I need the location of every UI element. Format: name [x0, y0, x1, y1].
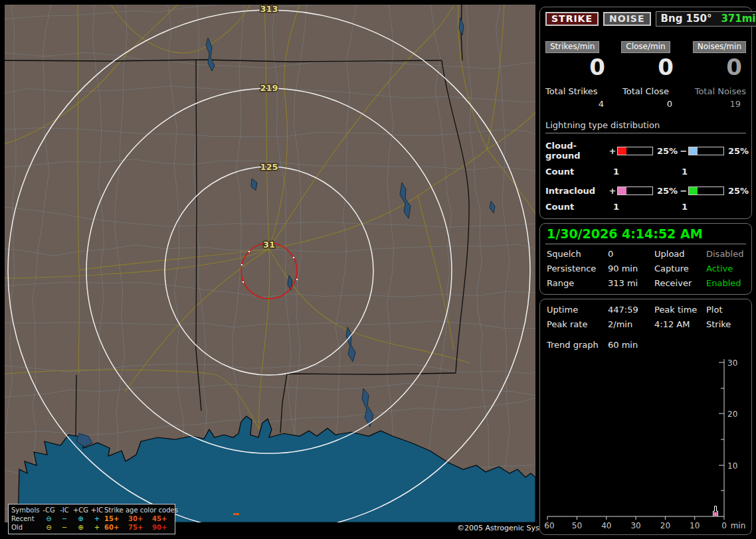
- distribution-title: Lightning type distribution: [545, 120, 746, 133]
- noises-column: Noises/min 0 Total Noises 19: [682, 41, 746, 109]
- total-strikes-label: Total Strikes: [545, 86, 609, 96]
- cg-plus-pct: 25%: [653, 146, 679, 156]
- squelch-label: Squelch: [547, 249, 608, 259]
- noises-rate-value: 0: [682, 54, 746, 80]
- legend-row-recent-label: Recent: [11, 514, 41, 523]
- upload-status: Disabled: [706, 249, 746, 259]
- x-tick-50: 50: [572, 521, 582, 530]
- close-per-min-chip: Close/min: [621, 41, 670, 53]
- total-noises-label: Total Noises: [682, 86, 746, 96]
- old-nic-icon: −: [57, 523, 72, 532]
- ic-minus-count: 1: [682, 202, 746, 212]
- cloud-ground-label: Cloud-ground: [545, 141, 608, 161]
- close-rate-value: 0: [614, 54, 678, 80]
- total-strikes-value: 4: [545, 99, 609, 109]
- strike-toggle-button[interactable]: STRIKE: [545, 12, 599, 26]
- persistence-value: 90 min: [608, 264, 654, 273]
- trend-spike-ic: [714, 512, 717, 516]
- capture-status: Active: [706, 264, 746, 273]
- status-panel: 1/30/2026 4:14:52 AM Squelch 0 Upload Di…: [539, 223, 752, 295]
- cg-plus-count: 1: [613, 167, 682, 177]
- age-code-15: 15+: [104, 514, 128, 523]
- x-tick-40: 40: [601, 521, 611, 530]
- strike-counter-panel: STRIKE NOISE Bng 150° 371mi Strikes/min …: [539, 7, 752, 219]
- ic-count-label: Count: [545, 202, 613, 212]
- capture-label: Capture: [654, 264, 706, 273]
- ring-label-313: 313: [260, 5, 278, 14]
- age-code-45: 45+: [152, 514, 173, 523]
- range-value: 313 mi: [608, 278, 654, 288]
- plot-mode-value: Strike: [706, 319, 746, 329]
- strikes-column: Strikes/min 0 Total Strikes 4: [545, 41, 609, 109]
- bearing-readout: Bng 150° 371mi: [656, 11, 756, 27]
- age-code-30: 30+: [128, 514, 152, 523]
- legend-col-nic: -IC: [57, 506, 72, 514]
- y-tick-30: 30: [727, 358, 737, 368]
- legend-age-title: Strike age color codes: [104, 506, 173, 514]
- recent-nic-icon: −: [57, 514, 72, 523]
- old-ncg-icon: ⊖: [41, 523, 57, 532]
- cg-minus-count: 1: [682, 167, 746, 177]
- x-tick-20: 20: [660, 521, 670, 530]
- y-tick-10: 10: [727, 461, 737, 471]
- ic-minus-bar: [688, 187, 724, 195]
- persistence-label: Persistence: [547, 264, 608, 273]
- intracloud-label: Intracloud: [545, 186, 608, 196]
- peak-time-label: Peak time: [654, 305, 706, 315]
- cg-count-label: Count: [545, 167, 613, 177]
- strikes-rate-value: 0: [545, 54, 609, 80]
- old-pic-icon: +: [90, 523, 104, 532]
- peak-rate-value: 2/min: [608, 319, 654, 329]
- total-close-label: Total Close: [614, 86, 678, 96]
- age-code-60: 60+: [104, 523, 128, 532]
- plus-sign: +: [608, 146, 617, 156]
- ic-plus-count: 1: [613, 202, 682, 212]
- x-tick-10: 10: [690, 521, 700, 530]
- legend-col-pcg: +CG: [72, 506, 90, 514]
- cg-minus-bar: [688, 147, 724, 155]
- age-code-90: 90+: [152, 523, 173, 532]
- recent-pcg-icon: ⊕: [72, 514, 90, 523]
- noise-toggle-button[interactable]: NOISE: [603, 12, 650, 26]
- trend-graph-window: 60 min: [608, 340, 654, 350]
- legend-col-pic: +IC: [90, 506, 104, 514]
- recent-pic-icon: +: [90, 514, 104, 523]
- bearing-distance: 371mi: [721, 13, 755, 25]
- legend-row-old-label: Old: [11, 523, 41, 532]
- trend-graph: 30 20 10 60 50 40 30 20 10 0 min: [544, 355, 749, 532]
- receiver-label: Receiver: [654, 278, 706, 288]
- legend-col-ncg: -CG: [41, 506, 57, 514]
- peak-time-value: 4:12 AM: [654, 319, 706, 329]
- uptime-label: Uptime: [547, 305, 608, 315]
- y-tick-20: 20: [727, 410, 737, 419]
- age-code-75: 75+: [128, 523, 152, 532]
- receiver-status: Enabled: [706, 278, 746, 288]
- x-tick-30: 30: [630, 521, 640, 530]
- map-display[interactable]: 313 219 125 31: [5, 5, 535, 522]
- bearing-value: Bng 150°: [661, 13, 712, 25]
- trend-graph-label: Trend graph: [547, 340, 608, 350]
- ring-label-219: 219: [260, 83, 278, 93]
- minus-sign: −: [679, 186, 688, 196]
- ring-label-31: 31: [263, 240, 275, 250]
- total-noises-value: 19: [682, 99, 746, 109]
- ic-plus-pct: 25%: [653, 186, 679, 196]
- ic-plus-bar: [617, 187, 653, 195]
- close-column: Close/min 0 Total Close 0: [614, 41, 678, 109]
- legend-symbols-title: Symbols: [11, 506, 41, 514]
- lightning-distribution-section: Lightning type distribution Cloud-ground…: [545, 120, 746, 212]
- noises-per-min-chip: Noises/min: [693, 41, 746, 53]
- x-tick-60: 60: [544, 521, 554, 530]
- trend-panel: Uptime 447:59 Peak time Plot Peak rate 2…: [539, 299, 752, 535]
- plot-label: Plot: [706, 305, 746, 315]
- x-tick-0: 0: [721, 521, 727, 530]
- map-legend: Symbols -CG -IC +CG +IC Strike age color…: [8, 504, 175, 534]
- datetime-display: 1/30/2026 4:14:52 AM: [545, 226, 746, 244]
- recent-ncg-icon: ⊖: [41, 514, 57, 523]
- minus-sign: −: [679, 146, 688, 156]
- cg-minus-pct: 25%: [724, 146, 750, 156]
- squelch-value: 0: [608, 249, 654, 259]
- peak-rate-label: Peak rate: [547, 319, 608, 329]
- uptime-value: 447:59: [608, 305, 654, 315]
- x-axis-unit: min: [731, 521, 746, 530]
